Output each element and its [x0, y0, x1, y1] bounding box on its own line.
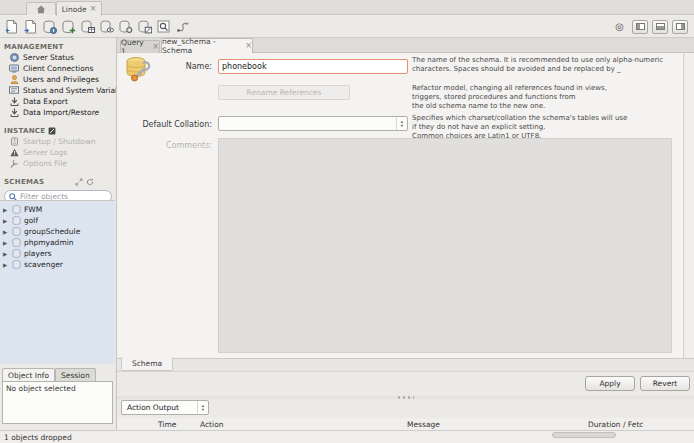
selector-label: Action Output [127, 403, 179, 412]
sidebar: MANAGEMENT Server Status Client Connecti… [0, 38, 117, 443]
toggle-right-panel-button[interactable] [672, 20, 688, 34]
editor-scroll-strip[interactable] [685, 53, 694, 358]
open-script-icon[interactable] [23, 19, 38, 34]
schema-name: players [24, 249, 51, 258]
schema-db-icon [12, 249, 21, 258]
create-view-icon[interactable] [99, 19, 114, 34]
schema-name: scavenger [24, 260, 63, 269]
column-time[interactable]: Time [158, 420, 176, 429]
tab-label: Object Info [8, 371, 49, 380]
tab-schema-editor[interactable]: new_schema - Schema × [161, 38, 253, 53]
dropdown-spinner-icon[interactable]: ▴ ▾ [396, 117, 407, 130]
collation-dropdown[interactable]: ▴ ▾ [218, 116, 408, 131]
editor-tab-bar: Query 1 × new_schema - Schema × [117, 38, 694, 53]
schema-item[interactable]: ▶ FWM [0, 204, 115, 215]
revert-button[interactable]: Revert [640, 376, 690, 391]
sidebar-item-status-variables[interactable]: Status and System Variables [0, 85, 116, 96]
schema-db-icon [12, 216, 21, 225]
reconnect-icon[interactable] [175, 19, 190, 34]
schema-db-icon [12, 205, 21, 214]
tab-session[interactable]: Session [55, 368, 96, 381]
column-message[interactable]: Message [407, 420, 440, 429]
schema-name: groupSchedule [24, 227, 80, 236]
column-duration-fetch[interactable]: Duration / Fetch [588, 420, 643, 429]
home-icon [36, 5, 46, 14]
data-export-icon [9, 97, 19, 106]
create-table-icon[interactable] [80, 19, 95, 34]
schema-item[interactable]: ▶ scavenger [0, 259, 115, 270]
horizontal-scrollbar-thumb[interactable] [552, 432, 616, 438]
name-help-text: The name of the schema. It is recommende… [412, 56, 680, 74]
panel-toggles: ◎ [615, 20, 694, 34]
create-function-icon[interactable] [137, 19, 152, 34]
close-icon[interactable]: × [245, 42, 252, 50]
expand-arrow-icon[interactable]: ▶ [3, 240, 9, 246]
home-tab[interactable] [26, 2, 56, 15]
schema-item[interactable]: ▶ players [0, 248, 115, 259]
column-action[interactable]: Action [200, 420, 224, 429]
connection-tab-label: Linode [62, 5, 87, 14]
button-label: Apply [599, 379, 620, 388]
sidebar-item-label: Status and System Variables [23, 86, 116, 95]
inspector-icon[interactable] [42, 19, 57, 34]
toggle-bottom-panel-button[interactable] [652, 20, 668, 34]
dropdown-spinner-icon[interactable]: ▴ ▾ [197, 401, 208, 414]
schema-db-icon [12, 227, 21, 236]
sidebar-item-users-privileges[interactable]: Users and Privileges [0, 74, 116, 85]
sidebar-item-label: Server Status [23, 53, 74, 62]
tab-query-1[interactable]: Query 1 × [120, 40, 160, 53]
sidebar-item-data-import[interactable]: Data Import/Restore [0, 107, 116, 118]
schema-item[interactable]: ▶ groupSchedule [0, 226, 115, 237]
sidebar-item-label: Startup / Shutdown [23, 137, 96, 146]
toggle-left-panel-button[interactable] [632, 20, 648, 34]
sidebar-item-options-file[interactable]: Options File [0, 158, 116, 169]
sidebar-item-server-logs[interactable]: Server Logs [0, 147, 116, 158]
management-section-header: MANAGEMENT [0, 41, 116, 52]
server-status-icon [9, 53, 19, 62]
close-icon[interactable]: × [152, 43, 159, 51]
expand-arrow-icon[interactable]: ▶ [3, 229, 9, 235]
expand-arrow-icon[interactable]: ▶ [3, 262, 9, 268]
expand-arrow-icon[interactable]: ▶ [3, 218, 9, 224]
sidebar-item-client-connections[interactable]: Client Connections [0, 63, 116, 74]
apply-button[interactable]: Apply [585, 376, 635, 391]
sidebar-item-label: Server Logs [23, 148, 67, 157]
schema-item[interactable]: ▶ golf [0, 215, 115, 226]
comments-textarea[interactable] [218, 138, 672, 353]
main-toolbar: ◎ [0, 16, 694, 38]
tab-object-info[interactable]: Object Info [2, 368, 55, 381]
name-label: Name: [147, 62, 212, 71]
expand-arrow-icon[interactable]: ▶ [3, 207, 9, 213]
window-tab-bar: Linode × [0, 0, 694, 15]
action-output-selector[interactable]: Action Output ▴ ▾ [121, 400, 209, 415]
expand-arrow-icon[interactable]: ▶ [3, 251, 9, 257]
toolbar-icons [0, 19, 190, 34]
connection-tab[interactable]: Linode × [56, 1, 102, 16]
management-header-label: MANAGEMENT [4, 43, 64, 51]
object-info-panel: No object selected [2, 381, 113, 424]
sidebar-item-startup-shutdown[interactable]: Startup / Shutdown [0, 136, 116, 147]
panel-splitter[interactable] [117, 396, 694, 399]
schemas-header-label: SCHEMAS [4, 178, 44, 186]
search-data-icon[interactable] [156, 19, 171, 34]
create-schema-icon[interactable] [61, 19, 76, 34]
rename-help-text: Refactor model, changing all references … [412, 84, 680, 111]
create-procedure-icon[interactable] [118, 19, 133, 34]
button-label: Rename References [247, 88, 322, 97]
tab-schema-bottom[interactable]: Schema [121, 357, 173, 371]
schema-item[interactable]: ▶ phpmyadmin [0, 237, 115, 248]
schema-db-icon [12, 260, 21, 269]
collation-label: Default Collation: [127, 120, 212, 129]
rename-references-button[interactable]: Rename References [218, 85, 350, 100]
close-icon[interactable]: × [90, 5, 97, 13]
instance-section-header: INSTANCE [0, 125, 116, 136]
warning-icon [9, 148, 19, 157]
new-query-icon[interactable] [4, 19, 19, 34]
schema-name: golf [24, 216, 38, 225]
collapse-all-icon[interactable] [75, 178, 83, 186]
schema-name-input[interactable] [218, 59, 408, 74]
refresh-icon[interactable] [86, 178, 94, 186]
sidebar-bottom-tabs: Object Info Session [2, 368, 114, 381]
sidebar-item-server-status[interactable]: Server Status [0, 52, 116, 63]
sidebar-item-data-export[interactable]: Data Export [0, 96, 116, 107]
